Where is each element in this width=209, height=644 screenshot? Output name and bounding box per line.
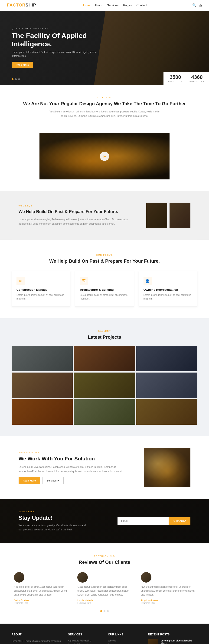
testimonial-dot-1[interactable]: [100, 610, 102, 612]
why-section: WHO WE WORK We Work With You For Solutio…: [0, 436, 209, 499]
why-services-button[interactable]: Services: [42, 477, 64, 484]
stat-projects-number: 4360: [189, 74, 204, 80]
testimonial-avatar-3: [141, 572, 151, 582]
hero-content: QUALITY WITH INTEGRITY The Facility Of A…: [12, 27, 100, 68]
navbar: FACTORSHIP Home About Services Pages Con…: [0, 0, 209, 11]
footer-posts-col: RECENT POSTS Lorem ipsum viverra feugiat…: [148, 633, 197, 644]
our-info-section: OUR INFO We Are Not Your Regular Design …: [0, 85, 209, 133]
testimonial-dot-2[interactable]: [104, 610, 105, 612]
testimonial-dot-3[interactable]: [107, 610, 109, 612]
our-info-description: Vestibulum ante ipsum primis in faucibus…: [47, 110, 162, 118]
hero-read-more-button[interactable]: Read More: [12, 62, 33, 68]
services-tag: OUR FOCUS: [12, 254, 197, 256]
testimonials-section: TESTIMONIALS Reviews Of Our Clients "Fip…: [0, 544, 209, 624]
pencil-icon: ✏: [19, 279, 22, 283]
hero-description: Lorem ipsum dolor sit amet, Pellent eesq…: [12, 50, 100, 58]
footer-link-item-1[interactable]: Why Us: [108, 639, 141, 642]
site-logo[interactable]: FACTORSHIP: [7, 3, 36, 8]
gallery-item-1[interactable]: [12, 346, 73, 372]
gallery-item-4[interactable]: [12, 372, 73, 398]
search-icon[interactable]: 🔍: [192, 3, 197, 8]
welcome-content: WELCOME We Help Build On Past & Prepare …: [19, 205, 137, 226]
stay-update-section: SUBSCRIBE Stay Update! We appreciate you…: [0, 499, 209, 543]
testimonial-avatar-2: [77, 572, 88, 582]
footer-link-item-2[interactable]: Company: [108, 643, 141, 644]
hero-dot-3[interactable]: [18, 78, 20, 80]
welcome-images: [146, 202, 190, 228]
nav-link-services[interactable]: Services: [107, 4, 118, 7]
testimonial-card-3: "1065 featur faccilitation consectetur u…: [139, 572, 197, 604]
why-button-group: Read More Services: [19, 477, 135, 484]
theme-toggle-icon[interactable]: ◑: [199, 3, 202, 8]
footer-services-col: SERVICES Agriculture Processing Chemical…: [68, 633, 101, 644]
welcome-image-2: [169, 202, 190, 228]
avatar-placeholder-3: [141, 572, 151, 582]
testimonial-role-3: Example Title: [141, 602, 195, 604]
stay-update-title: Stay Update!: [19, 515, 88, 521]
nav-link-pages[interactable]: Pages: [123, 4, 132, 7]
testimonial-card-2: "1065 featur faccilitation consectetur u…: [75, 572, 134, 604]
nav-link-about[interactable]: About: [94, 4, 102, 7]
services-section: OUR FOCUS We Help Build On Past & Prepar…: [0, 240, 209, 318]
gallery-item-7[interactable]: [12, 399, 73, 425]
subscribe-tag: SUBSCRIBE: [19, 510, 88, 513]
gallery-section: GALLERY Latest Projects: [0, 318, 209, 436]
service-title-2: Architecture & Building: [80, 288, 129, 292]
nav-icons: 🔍 ◑: [192, 3, 202, 8]
avatar-placeholder-2: [77, 572, 88, 582]
owners-icon-wrap: 👤: [143, 277, 152, 285]
why-image: [144, 448, 190, 487]
gallery-item-6[interactable]: [136, 372, 197, 398]
avatar-placeholder-1: [14, 572, 24, 582]
testimonials-title: Reviews Of Our Clients: [12, 559, 197, 565]
why-sparks-effect: [144, 448, 190, 487]
nav-link-contact[interactable]: Contact: [136, 4, 147, 7]
hero-dot-2[interactable]: [15, 78, 17, 80]
services-grid: ✏ Construction Manage Lorem ipsum dolor …: [12, 271, 197, 307]
hero-dot-1[interactable]: [12, 78, 14, 80]
architecture-icon-wrap: 🏗: [80, 277, 88, 285]
gallery-item-9[interactable]: [136, 399, 197, 425]
why-read-more-button[interactable]: Read More: [19, 477, 40, 484]
footer-about-col: ABOUT Since 1965, This built a reputatio…: [12, 633, 61, 644]
testimonial-name-3: Roy Lookman: [141, 599, 195, 602]
testimonials-tag: TESTIMONIALS: [12, 555, 197, 557]
logo-suffix: SHIP: [26, 3, 36, 8]
nav-link-home[interactable]: Home: [82, 4, 90, 7]
footer-post-title-1[interactable]: Lorem ipsum viverra feugiat liberi.: [161, 639, 197, 644]
services-title: We Help Build On Past & Prepare For Your…: [12, 258, 197, 264]
hero-tag: QUALITY WITH INTEGRITY: [12, 27, 100, 30]
our-info-tag: OUR INFO: [19, 96, 190, 99]
footer-posts-title: RECENT POSTS: [148, 633, 197, 636]
img-placeholder-2: [169, 202, 190, 228]
gallery-item-2[interactable]: [74, 346, 135, 372]
img-placeholder-1: [146, 202, 167, 228]
service-title-1: Construction Manage: [17, 288, 66, 292]
video-thumbnail[interactable]: [40, 133, 169, 180]
stay-update-description: We appreciate your trust greatly! Our cl…: [19, 524, 88, 532]
why-content: WHO WE WORK We Work With You For Solutio…: [19, 451, 135, 484]
footer-links-list: Why Us Company Info Company London: [108, 639, 141, 644]
service-desc-3: Lorem ipsum dolor sit amet, slt et at co…: [143, 293, 192, 301]
gallery-item-8[interactable]: [74, 399, 135, 425]
subscribe-button[interactable]: Subscribe: [169, 517, 190, 525]
testimonial-text-2: "1065 featur faccilitation consectetur u…: [77, 585, 131, 597]
gallery-grid: [12, 346, 197, 425]
gallery-item-3[interactable]: [136, 346, 197, 372]
why-title: We Work With You For Solution: [19, 456, 135, 462]
testimonial-role-1: Example Title: [14, 602, 68, 604]
nav-links: Home About Services Pages Contact: [82, 4, 147, 7]
footer-service-item-1[interactable]: Agriculture Processing: [68, 639, 101, 642]
stat-projects-label: PROJECTS: [189, 80, 204, 82]
stat-pictures-label: PICTURES: [168, 80, 182, 82]
footer-about-title: ABOUT: [12, 633, 61, 636]
testimonial-text-1: "Fip lorem dolor sit amet. 1065 featur f…: [14, 585, 68, 597]
service-desc-1: Lorem ipsum dolor sit amet, slt et at co…: [17, 293, 66, 301]
testimonial-avatar-1: [14, 572, 24, 582]
hero-title: The Facility Of Applied Intelligence.: [12, 32, 100, 48]
footer-service-item-2[interactable]: Chemical Research: [68, 643, 101, 644]
testimonial-dots: [12, 610, 197, 612]
gallery-item-5[interactable]: [74, 372, 135, 398]
email-input[interactable]: [117, 517, 169, 525]
stat-pictures: 3500 PICTURES: [168, 74, 182, 82]
